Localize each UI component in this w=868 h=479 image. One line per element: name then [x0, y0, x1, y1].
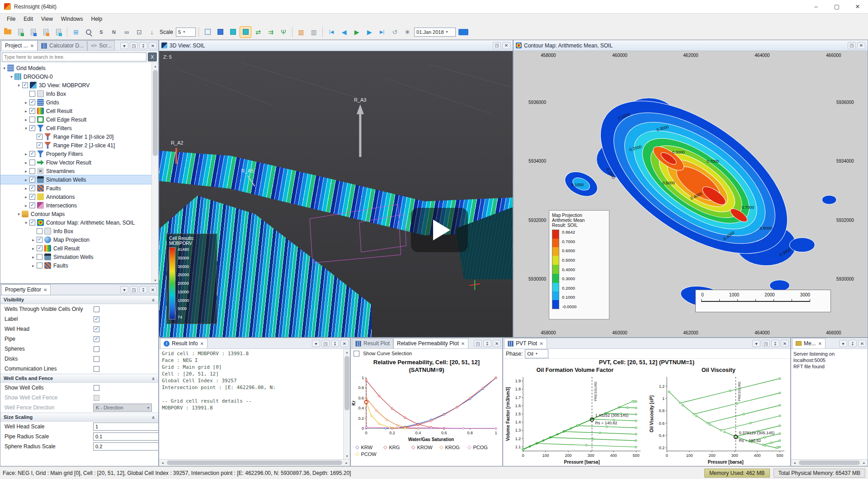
- minimize-button[interactable]: –: [806, 0, 826, 13]
- tree-item[interactable]: Info Box: [0, 227, 151, 235]
- expand-arrow-icon[interactable]: ▾: [9, 75, 14, 79]
- expand-arrow-icon[interactable]: ▸: [23, 100, 29, 105]
- repeat-animation-button[interactable]: ↺: [389, 26, 401, 38]
- expand-arrow-icon[interactable]: ▸: [30, 263, 36, 268]
- import-input-case-button[interactable]: [27, 26, 39, 38]
- mesh-drawstyle-button[interactable]: [240, 26, 251, 38]
- well-paths-button[interactable]: Ψ: [278, 26, 289, 38]
- phase-select[interactable]: Oil ▾: [525, 349, 548, 358]
- tree-checkbox[interactable]: [29, 177, 35, 183]
- close-tab-icon[interactable]: ✕: [30, 43, 34, 48]
- flow-arrows-button[interactable]: ⇄: [252, 26, 264, 38]
- close-tab-icon[interactable]: ✕: [43, 287, 47, 292]
- dock-menu-button[interactable]: ▾: [120, 286, 128, 293]
- property-input[interactable]: [93, 432, 158, 441]
- nav-cube-button[interactable]: [202, 26, 213, 38]
- bo-chart[interactable]: 01002003004005001.11.21.31.41.51.61.71.8…: [505, 374, 645, 465]
- flow-vectors-button[interactable]: ⇉: [265, 26, 277, 38]
- property-checkbox[interactable]: [94, 306, 99, 312]
- expand-arrow-icon[interactable]: ▸: [30, 238, 36, 242]
- expand-arrow-icon[interactable]: ▾: [16, 212, 22, 216]
- well-stub[interactable]: [247, 175, 255, 186]
- pin-panel-button[interactable]: ↧: [849, 340, 857, 347]
- menu-item[interactable]: Windows: [57, 14, 87, 24]
- scrollbar-thumb[interactable]: [799, 460, 860, 465]
- close-button[interactable]: ✕: [847, 0, 868, 13]
- close-panel-button[interactable]: ✕: [149, 42, 157, 49]
- scrollbar-thumb[interactable]: [167, 460, 342, 465]
- expand-arrow-icon[interactable]: ▸: [23, 117, 29, 122]
- scroll-down-icon[interactable]: ▾: [152, 277, 159, 283]
- tree-checkbox[interactable]: [29, 125, 35, 131]
- expand-arrow-icon[interactable]: ▸: [23, 186, 29, 191]
- open-project-button[interactable]: [2, 26, 14, 38]
- float-panel-button[interactable]: ◳: [474, 340, 482, 347]
- step-back-button[interactable]: ◀: [338, 26, 350, 38]
- expand-arrow-icon[interactable]: ▾: [23, 221, 29, 225]
- tab-result-plot[interactable]: Result Plot: [352, 338, 393, 348]
- tab-scripts[interactable]: </> Scr...: [87, 40, 115, 51]
- scroll-right-icon[interactable]: ▸: [343, 461, 350, 465]
- tree-item[interactable]: ▾Cell Filters: [0, 124, 151, 132]
- tree-checkbox[interactable]: [29, 185, 35, 191]
- tree-item[interactable]: ▸Streamlines: [0, 167, 151, 175]
- property-checkbox[interactable]: [94, 385, 99, 391]
- tree-item[interactable]: ▸Intersections: [0, 201, 151, 210]
- close-tab-icon[interactable]: ✕: [200, 341, 203, 346]
- expand-arrow-icon[interactable]: ▸: [30, 246, 36, 251]
- tree-checkbox[interactable]: [37, 228, 42, 234]
- expand-arrow-icon[interactable]: ▸: [23, 109, 29, 113]
- tree-item[interactable]: ▾3D View: MOBPORV: [0, 81, 151, 89]
- property-checkbox[interactable]: [94, 336, 99, 342]
- tree-item[interactable]: ▸Faults: [0, 184, 151, 193]
- play-button[interactable]: ▶: [351, 26, 363, 38]
- expand-arrow-icon[interactable]: ▸: [30, 255, 36, 259]
- tree-item[interactable]: ▾Grid Models: [0, 64, 151, 72]
- collapse-icon[interactable]: ∧: [151, 376, 155, 381]
- pin-panel-button[interactable]: ↧: [771, 340, 779, 347]
- scrollbar-thumb[interactable]: [344, 356, 349, 410]
- close-panel-button[interactable]: ✕: [149, 286, 157, 293]
- legend-item[interactable]: ◇KROG: [439, 444, 465, 450]
- scale-select[interactable]: 5 ▾: [176, 28, 196, 37]
- scroll-left-icon[interactable]: ◂: [791, 461, 798, 465]
- section-header[interactable]: Visibility∧: [0, 295, 158, 304]
- close-window-button[interactable]: ✕: [502, 42, 510, 49]
- expand-arrow-icon[interactable]: ▾: [1, 66, 7, 70]
- collapse-icon[interactable]: ∧: [151, 415, 155, 420]
- tree-item[interactable]: ▾Contour Maps: [0, 210, 151, 218]
- tab-pvt-plot[interactable]: PVT Plot ✕: [504, 338, 547, 348]
- surface-drawstyle-button[interactable]: [227, 26, 239, 38]
- expand-arrow-icon[interactable]: ▸: [23, 152, 29, 156]
- tree-checkbox[interactable]: [29, 108, 35, 114]
- expand-arrow-icon[interactable]: ▸: [23, 169, 29, 174]
- scroll-down-icon[interactable]: ▾: [344, 453, 350, 459]
- scroll-right-icon[interactable]: ▸: [861, 461, 868, 465]
- legend-item[interactable]: ◇KRW: [355, 444, 381, 450]
- legend-item[interactable]: ◇KRG: [383, 444, 409, 450]
- show-curve-selection-checkbox[interactable]: [354, 351, 359, 357]
- property-checkbox[interactable]: [94, 356, 99, 362]
- close-panel-button[interactable]: ✕: [781, 340, 789, 347]
- dock-menu-button[interactable]: ▾: [839, 340, 847, 347]
- tree-item[interactable]: Range Filter 1 [I-slice 20]: [0, 132, 151, 141]
- relperm-chart[interactable]: 00.20.40.60.8100.20.40.60.81Water/Gas Sa…: [351, 374, 502, 442]
- tile-windows-button[interactable]: ⊞: [70, 26, 82, 38]
- dock-menu-button[interactable]: ▾: [120, 42, 128, 49]
- float-panel-button[interactable]: ◳: [130, 286, 138, 293]
- skip-to-start-button[interactable]: |◀: [326, 26, 337, 38]
- tree-item[interactable]: ▸Cell Result: [0, 244, 151, 253]
- property-checkbox[interactable]: [94, 366, 99, 372]
- menu-item[interactable]: Edit: [19, 14, 37, 24]
- tree-scrollbar[interactable]: ▴ ▾: [151, 63, 158, 283]
- import-summary-case-button[interactable]: [40, 26, 52, 38]
- tree-checkbox[interactable]: [29, 168, 35, 174]
- view-south-button[interactable]: S: [95, 26, 107, 38]
- tree-checkbox[interactable]: [37, 134, 42, 140]
- tab-calculator[interactable]: Calculator D...: [38, 40, 87, 51]
- scroll-left-icon[interactable]: ◂: [159, 461, 166, 465]
- scroll-up-icon[interactable]: ▴: [344, 349, 350, 355]
- pin-panel-button[interactable]: ↧: [483, 340, 491, 347]
- tree-item[interactable]: ▾DROGON-0: [0, 72, 151, 81]
- float-panel-button[interactable]: ◳: [321, 340, 330, 347]
